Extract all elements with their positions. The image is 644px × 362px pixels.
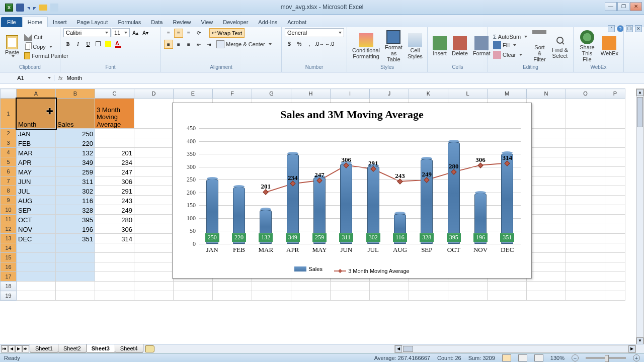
fill-color-button[interactable] <box>104 39 113 48</box>
row-header-14[interactable]: 14 <box>1 243 17 253</box>
prev-sheet-icon[interactable]: ◀ <box>8 345 15 352</box>
name-box[interactable] <box>0 75 54 81</box>
cell-D19[interactable] <box>134 291 174 301</box>
col-header-P[interactable]: P <box>605 89 625 99</box>
row-header-17[interactable]: 17 <box>1 272 17 282</box>
tab-file[interactable]: File <box>1 17 22 27</box>
cell-P15[interactable] <box>605 253 625 262</box>
scroll-left-icon[interactable]: ◀ <box>395 345 402 352</box>
cell-N4[interactable] <box>527 148 566 157</box>
cell-A4[interactable]: MAR <box>17 148 56 157</box>
zoom-out-icon[interactable]: − <box>572 354 579 361</box>
cell-P11[interactable] <box>605 215 625 224</box>
cell-N16[interactable] <box>527 262 566 272</box>
bar-DEC[interactable]: 351 <box>501 154 513 244</box>
cell-N18[interactable] <box>527 282 566 291</box>
cell-A3[interactable]: FEB <box>17 138 56 148</box>
cell-D7[interactable] <box>134 176 174 186</box>
maximize-button[interactable]: ❐ <box>617 2 629 11</box>
cell-N14[interactable] <box>527 243 566 253</box>
cell-A17[interactable] <box>17 272 56 282</box>
align-center-icon[interactable]: ≡ <box>174 40 183 49</box>
cell-D11[interactable] <box>134 215 174 224</box>
cell-B11[interactable]: 395 <box>56 215 95 224</box>
cell-A13[interactable]: DEC <box>17 234 56 243</box>
cell-D17[interactable] <box>134 272 174 282</box>
bar-APR[interactable]: 349 <box>287 154 299 244</box>
cell-P2[interactable] <box>605 129 625 138</box>
cell-N13[interactable] <box>527 234 566 243</box>
cell-P14[interactable] <box>605 243 625 253</box>
cell-K19[interactable] <box>409 291 448 301</box>
cell-H19[interactable] <box>291 291 331 301</box>
row-header-7[interactable]: 7 <box>1 176 17 186</box>
cell-G19[interactable] <box>252 291 291 301</box>
cell-H18[interactable] <box>291 282 331 291</box>
increase-indent-icon[interactable]: ⇥ <box>204 40 213 49</box>
row-header-8[interactable]: 8 <box>1 186 17 196</box>
cell-P1[interactable] <box>605 99 625 129</box>
cell-P17[interactable] <box>605 272 625 282</box>
cell-P10[interactable] <box>605 205 625 215</box>
clear-button[interactable]: Clear <box>491 50 529 59</box>
cell-O11[interactable] <box>566 215 605 224</box>
col-header-L[interactable]: L <box>448 89 488 99</box>
hscroll-thumb[interactable] <box>403 346 413 352</box>
cell-B4[interactable]: 132 <box>56 148 95 157</box>
sheet-tab-sheet3[interactable]: Sheet3 <box>86 344 115 353</box>
cell-D15[interactable] <box>134 253 174 262</box>
cell-C19[interactable] <box>95 291 134 301</box>
cell-D6[interactable] <box>134 167 174 176</box>
cell-O2[interactable] <box>566 129 605 138</box>
cell-O18[interactable] <box>566 282 605 291</box>
cell-D3[interactable] <box>134 138 174 148</box>
cell-O13[interactable] <box>566 234 605 243</box>
cell-G18[interactable] <box>252 282 291 291</box>
comma-format-icon[interactable]: , <box>305 39 314 48</box>
cell-O16[interactable] <box>566 262 605 272</box>
cell-P19[interactable] <box>605 291 625 301</box>
cell-N3[interactable] <box>527 138 566 148</box>
tab-view[interactable]: View <box>196 17 218 27</box>
bar-AUG[interactable]: 116 <box>394 214 406 244</box>
cell-O7[interactable] <box>566 176 605 186</box>
col-header-D[interactable]: D <box>134 89 174 99</box>
cell-C11[interactable]: 280 <box>95 215 134 224</box>
align-bottom-icon[interactable]: ≡ <box>184 29 193 38</box>
cell-M19[interactable] <box>488 291 527 301</box>
cell-B15[interactable] <box>56 253 95 262</box>
cell-O8[interactable] <box>566 186 605 196</box>
cell-L19[interactable] <box>448 291 488 301</box>
chart[interactable]: Sales and 3M Moving Average 050100150200… <box>172 103 532 279</box>
align-top-icon[interactable]: ≡ <box>164 29 173 38</box>
cell-A10[interactable]: SEP <box>17 205 56 215</box>
cell-B13[interactable]: 351 <box>56 234 95 243</box>
vertical-scrollbar[interactable]: ▲ ▼ <box>636 88 644 345</box>
cell-I19[interactable] <box>331 291 370 301</box>
cell-F18[interactable] <box>213 282 252 291</box>
increase-decimal-icon[interactable]: .0→ <box>315 39 324 48</box>
cell-D10[interactable] <box>134 205 174 215</box>
bar-JUL[interactable]: 302 <box>367 166 379 244</box>
cell-C4[interactable]: 201 <box>95 148 134 157</box>
sheet-tab-sheet1[interactable]: Sheet1 <box>30 344 58 353</box>
bar-JAN[interactable]: 250 <box>206 179 218 244</box>
cell-A2[interactable]: JAN <box>17 129 56 138</box>
cell-P8[interactable] <box>605 186 625 196</box>
conditional-formatting-button[interactable]: Conditional Formatting <box>350 32 382 60</box>
cell-C17[interactable] <box>95 272 134 282</box>
merge-center-button[interactable]: Merge & Center <box>214 40 274 49</box>
cell-styles-button[interactable]: Cell Styles <box>406 32 425 60</box>
decrease-decimal-icon[interactable]: ←.0 <box>325 39 334 48</box>
row-header-10[interactable]: 10 <box>1 205 17 215</box>
cell-C14[interactable] <box>95 243 134 253</box>
scroll-down-icon[interactable]: ▼ <box>636 337 643 344</box>
cell-E19[interactable] <box>174 291 213 301</box>
cell-M18[interactable] <box>488 282 527 291</box>
col-header-J[interactable]: J <box>370 89 409 99</box>
bar-NOV[interactable]: 196 <box>474 194 487 244</box>
row-header-4[interactable]: 4 <box>1 148 17 157</box>
shrink-font-icon[interactable]: A▾ <box>141 28 150 37</box>
cell-N11[interactable] <box>527 215 566 224</box>
col-header-A[interactable]: A <box>17 89 56 99</box>
